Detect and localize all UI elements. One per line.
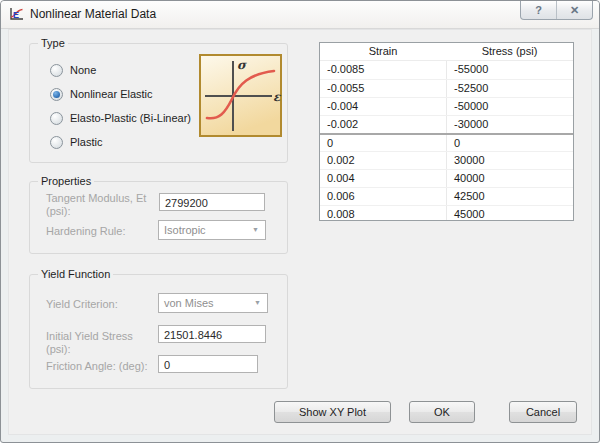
strain-cell[interactable]: 0.006 (320, 188, 446, 205)
yield-function-group-label: Yield Function (38, 267, 113, 281)
stress-cell[interactable]: 45000 (446, 206, 573, 221)
type-group-label: Type (38, 36, 68, 50)
stress-strain-preview: σ ε (199, 54, 282, 137)
type-radio-elasto-plastic-bi-linear-[interactable]: Elasto-Plastic (Bi-Linear) (50, 106, 191, 130)
column-header: Stress (psi) (446, 43, 573, 60)
tangent-modulus-label: Tangent Modulus, Et (psi): (46, 192, 154, 218)
nonlinear-material-data-dialog: E Nonlinear Material Data ? ✕ Type NoneN… (0, 0, 600, 443)
stress-cell[interactable]: 0 (446, 135, 573, 151)
strain-cell[interactable]: 0.004 (320, 170, 446, 187)
stress-cell[interactable]: -30000 (446, 116, 573, 133)
sigma-axis-label: σ (237, 58, 247, 72)
table-row[interactable]: 00 (320, 133, 573, 151)
yield-function-group: Yield Function Yield Criterion: von Mise… (29, 274, 288, 389)
table-row[interactable]: 0.00845000 (320, 205, 573, 221)
properties-group: Properties Tangent Modulus, Et (psi): 27… (29, 181, 288, 254)
help-button[interactable]: ? (521, 1, 556, 19)
stress-strain-curve-icon: E (8, 6, 24, 22)
hardening-rule-value: Isotropic (164, 224, 206, 236)
type-radio-nonlinear-elastic[interactable]: Nonlinear Elastic (50, 82, 191, 106)
chevron-down-icon: ▼ (252, 226, 259, 233)
radio-icon[interactable] (50, 64, 63, 77)
table-row[interactable]: -0.0085-55000 (320, 61, 573, 79)
close-button[interactable]: ✕ (556, 1, 592, 19)
yield-criterion-select[interactable]: von Mises ▼ (158, 293, 268, 313)
initial-yield-stress-input[interactable]: 21501.8446 (158, 325, 266, 343)
type-group: Type NoneNonlinear ElasticElasto-Plastic… (29, 43, 288, 163)
type-radio-plastic[interactable]: Plastic (50, 130, 191, 154)
tangent-modulus-input[interactable]: 2799200 (159, 193, 265, 211)
stress-cell[interactable]: 40000 (446, 170, 573, 187)
column-header: Strain (320, 43, 446, 60)
chevron-down-icon: ▼ (254, 299, 261, 306)
friction-angle-input[interactable]: 0 (158, 355, 258, 373)
radio-icon[interactable] (50, 112, 63, 125)
strain-cell[interactable]: 0 (320, 135, 446, 151)
stress-cell[interactable]: -52500 (446, 80, 573, 97)
table-row[interactable]: -0.0055-52500 (320, 79, 573, 97)
ok-button[interactable]: OK (409, 401, 475, 423)
friction-angle-label: Friction Angle: (deg): (46, 360, 156, 373)
window-title: Nonlinear Material Data (30, 1, 156, 27)
caption-buttons: ? ✕ (520, 1, 593, 20)
stress-cell[interactable]: 42500 (446, 188, 573, 205)
table-row[interactable]: 0.00440000 (320, 169, 573, 187)
dialog-body: Type NoneNonlinear ElasticElasto-Plastic… (8, 29, 592, 435)
radio-icon[interactable] (50, 136, 63, 149)
radio-selected-icon[interactable] (50, 88, 63, 101)
stress-cell[interactable]: -55000 (446, 61, 573, 79)
table-row[interactable]: -0.002-30000 (320, 115, 573, 133)
strain-cell[interactable]: -0.0055 (320, 80, 446, 97)
stress-cell[interactable]: 30000 (446, 152, 573, 169)
radio-label: None (70, 64, 96, 76)
table-header: StrainStress (psi) (320, 43, 573, 61)
properties-group-label: Properties (38, 174, 94, 188)
type-radio-list: NoneNonlinear ElasticElasto-Plastic (Bi-… (50, 58, 191, 154)
table-row[interactable]: -0.004-50000 (320, 97, 573, 115)
hardening-rule-label: Hardening Rule: (46, 225, 154, 238)
help-icon: ? (535, 4, 542, 16)
radio-label: Elasto-Plastic (Bi-Linear) (70, 112, 191, 124)
initial-yield-stress-label: Initial Yield Stress (psi): (46, 330, 156, 356)
hardening-rule-select[interactable]: Isotropic ▼ (158, 220, 266, 240)
strain-cell[interactable]: 0.002 (320, 152, 446, 169)
epsilon-axis-label: ε (273, 90, 281, 104)
show-xy-plot-button[interactable]: Show XY Plot (274, 401, 391, 423)
title-bar[interactable]: E Nonlinear Material Data ? ✕ (1, 1, 599, 29)
radio-label: Plastic (70, 136, 102, 148)
cancel-button[interactable]: Cancel (509, 401, 577, 423)
yield-criterion-label: Yield Criterion: (46, 298, 156, 311)
radio-label: Nonlinear Elastic (70, 88, 153, 100)
strain-cell[interactable]: 0.008 (320, 206, 446, 221)
strain-cell[interactable]: -0.002 (320, 116, 446, 133)
strain-cell[interactable]: -0.004 (320, 98, 446, 115)
yield-criterion-value: von Mises (164, 297, 214, 309)
strain-cell[interactable]: -0.0085 (320, 61, 446, 79)
type-radio-none[interactable]: None (50, 58, 191, 82)
radio-dot (53, 91, 60, 98)
table-row[interactable]: 0.00642500 (320, 187, 573, 205)
close-icon: ✕ (570, 4, 579, 17)
material-data-table[interactable]: StrainStress (psi)-0.0085-55000-0.0055-5… (319, 42, 574, 221)
stress-cell[interactable]: -50000 (446, 98, 573, 115)
svg-text:E: E (13, 10, 19, 20)
table-row[interactable]: 0.00230000 (320, 151, 573, 169)
